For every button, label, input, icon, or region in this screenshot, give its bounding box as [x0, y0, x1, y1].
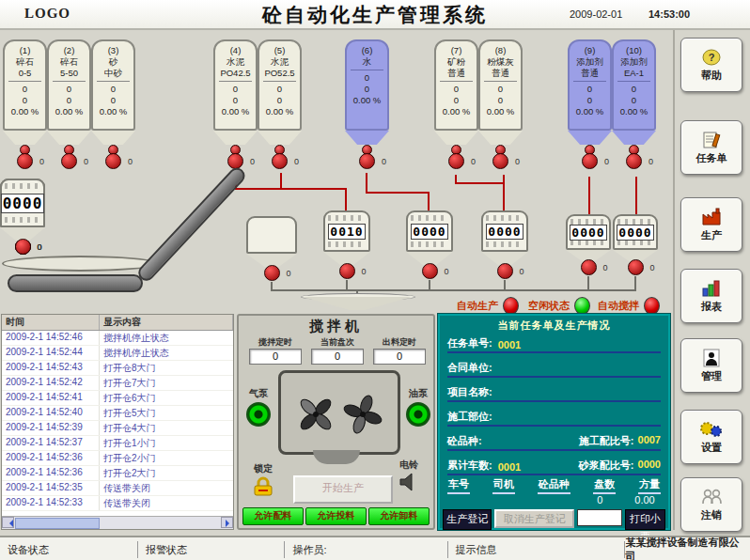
silo-value1: 0: [454, 84, 459, 95]
valve-icon[interactable]: 0: [15, 241, 31, 255]
weight-display: 0000: [617, 225, 653, 241]
divider: [573, 81, 605, 82]
valve-icon[interactable]: 0: [497, 265, 513, 279]
tasklist-button[interactable]: 任务单: [680, 120, 742, 175]
silo-value1: 0: [233, 84, 238, 95]
permit-button[interactable]: 允许卸料: [368, 507, 430, 525]
valve-count: 0: [84, 157, 88, 166]
production-icon: [700, 208, 723, 226]
valve-icon[interactable]: 0: [359, 145, 375, 169]
valve-icon[interactable]: 0: [264, 267, 280, 281]
log-header-content: 显示内容: [100, 315, 233, 330]
silo-spec: PO42.5: [220, 68, 250, 79]
valve-icon[interactable]: 0: [105, 145, 121, 169]
silo-value1: 0: [277, 84, 282, 95]
sidebar-divider: [673, 30, 675, 530]
current-batch-value: 0: [311, 349, 364, 365]
silo-cone: [568, 131, 612, 145]
log-row[interactable]: 2009-2-1 14:52:33 传送带关闭: [2, 496, 233, 511]
valve-icon[interactable]: 0: [492, 145, 508, 169]
silo-material: 粉煤灰: [487, 56, 514, 68]
valve-icon[interactable]: 0: [422, 265, 438, 279]
start-production-button[interactable]: 开始生产: [293, 475, 393, 504]
silo-number: (4): [230, 45, 242, 56]
weight-display: 0000: [1, 194, 45, 213]
permit-button[interactable]: 允许投料: [305, 507, 367, 525]
log-row[interactable]: 2009-2-1 14:52:42 打开仓7大门: [2, 376, 233, 391]
log-row[interactable]: 2009-2-1 14:52:37 打开仓1小门: [2, 436, 233, 451]
discharge-timer-field: 出料定时 0: [370, 336, 429, 365]
log-row[interactable]: 2009-2-1 14:52:40 打开仓5大门: [2, 406, 233, 421]
print-receipt-button[interactable]: 打印小票: [625, 509, 665, 530]
silo-value1: 0: [111, 84, 116, 95]
log-time: 2009-2-1 14:52:37: [2, 436, 100, 450]
permit-button[interactable]: 允许配料: [242, 507, 304, 525]
lock-control[interactable]: 锁定: [252, 462, 274, 497]
weight-display: 0010: [328, 224, 365, 240]
log-row[interactable]: 2009-2-1 14:52:39 打开仓4大门: [2, 421, 233, 436]
production-register-button[interactable]: 生产登记: [443, 509, 492, 530]
valve-icon[interactable]: 0: [582, 145, 598, 169]
mixer-panel: 搅拌机 搅拌定时 0 当前盘次 0 出料定时 0: [237, 314, 435, 530]
valve-count: 0: [520, 267, 524, 276]
discharge-timer-value: 0: [373, 349, 426, 365]
log-horizontal-scrollbar[interactable]: [2, 516, 233, 529]
log-row[interactable]: 2009-2-1 14:52:44 搅拌机停止状态: [2, 346, 233, 361]
valve-icon[interactable]: 0: [227, 145, 243, 169]
valve-icon[interactable]: 0: [581, 261, 597, 275]
help-button[interactable]: ? 帮助: [680, 38, 742, 92]
air-pump-led: [246, 402, 271, 427]
silo-spec: PO52.5: [264, 68, 294, 79]
valve-icon[interactable]: 0: [628, 261, 644, 275]
scroll-right-arrow-icon[interactable]: [221, 517, 233, 528]
settings-button[interactable]: 设置: [680, 410, 742, 464]
silo-number: (5): [274, 45, 286, 56]
help-label: 帮助: [701, 69, 722, 83]
mixer-fans-icon: [285, 379, 394, 446]
report-button[interactable]: 报表: [680, 269, 742, 323]
log-row[interactable]: 2009-2-1 14:52:36 打开仓2小门: [2, 451, 233, 466]
silo-cone: [47, 131, 91, 145]
log-row[interactable]: 2009-2-1 14:52:41 打开仓6大门: [2, 391, 233, 406]
silo-value2: 0: [498, 95, 503, 106]
valve-icon[interactable]: 0: [272, 145, 288, 169]
bell-control[interactable]: 电铃: [398, 459, 419, 491]
silo: (7) 矿粉 普通 0 0 0.00 % 0: [434, 39, 478, 169]
log-time: 2009-2-1 14:52:36: [2, 466, 100, 480]
log-row[interactable]: 2009-2-1 14:52:46 搅拌机停止状态: [2, 331, 233, 346]
task-input[interactable]: [577, 509, 622, 526]
logout-button[interactable]: 注销: [680, 477, 742, 532]
log-time: 2009-2-1 14:52:33: [2, 496, 100, 510]
log-row[interactable]: 2009-2-1 14:52:36 打开仓2大门: [2, 466, 233, 481]
silo-value2: 0: [111, 95, 116, 106]
scroll-left-arrow-icon[interactable]: [2, 517, 14, 528]
mixer-drum: [278, 370, 400, 455]
date-display: 2009-02-01: [570, 8, 622, 20]
silo-value2: 0: [632, 95, 636, 106]
valve-icon[interactable]: 0: [626, 145, 642, 169]
log-time: 2009-2-1 14:52:46: [2, 331, 100, 345]
log-message: 打开仓2小门: [100, 451, 233, 465]
valve-icon[interactable]: 0: [17, 145, 33, 169]
production-button[interactable]: 生产: [680, 197, 742, 252]
log-row[interactable]: 2009-2-1 14:52:43 打开仓8大门: [2, 361, 233, 376]
silo-percent: 0.00 %: [353, 95, 382, 106]
log-row[interactable]: 2009-2-1 14:52:35 传送带关闭: [2, 481, 233, 496]
valve-icon[interactable]: 0: [339, 265, 355, 279]
mixer-funnel: [303, 297, 412, 310]
manage-button[interactable]: 管理: [680, 338, 742, 393]
weighing-pan: [2, 256, 158, 272]
mixer-discharge: [313, 450, 360, 464]
silo: (2) 碎石 5-50 0 0 0.00 % 0: [47, 39, 91, 169]
silo-material: 碎石: [16, 56, 34, 68]
divider: [263, 81, 295, 82]
permit-buttons: 允许配料允许投料允许卸料: [239, 507, 433, 525]
mixing-timer-value: 0: [249, 349, 302, 365]
scrollbar-thumb[interactable]: [15, 518, 100, 529]
valve-icon[interactable]: 0: [61, 145, 77, 169]
water-weigh-hopper: 0000 0: [406, 210, 453, 279]
silo-cone: [3, 131, 47, 145]
silo-percent: 0.00 %: [55, 106, 84, 117]
cancel-register-button[interactable]: 取消生产登记: [494, 509, 573, 528]
valve-icon[interactable]: 0: [448, 145, 464, 169]
